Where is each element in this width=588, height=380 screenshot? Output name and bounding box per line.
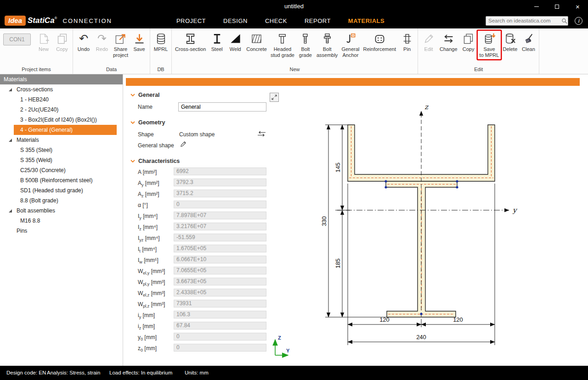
info-icon[interactable]: i bbox=[575, 17, 582, 25]
general-anchor-icon bbox=[344, 32, 356, 45]
tree-item-label: B 500B (Reinforcement steel) bbox=[20, 177, 92, 184]
characteristic-value-Iz: 3.2176E+07 bbox=[174, 223, 266, 230]
concrete-icon bbox=[250, 32, 263, 45]
tree-item-c25-30-concrete[interactable]: C25/30 (Concrete) bbox=[14, 165, 117, 175]
ribbon-button-label: Weld bbox=[230, 46, 241, 52]
tab-materials[interactable]: MATERIALS bbox=[348, 17, 384, 24]
tree-item-1-heb240[interactable]: 1 - HEB240 bbox=[14, 95, 117, 105]
ribbon-button-label: Clean bbox=[522, 46, 535, 52]
tree-item-3-box2i-edit-of-i240-box2i[interactable]: 3 - Box2I(Edit of I240) (Box2I()) bbox=[14, 115, 117, 125]
ribbon-button-save-to-mprl[interactable]: Save to MPRL bbox=[478, 31, 501, 59]
characteristic-row-iy: iy [mm]106.3 bbox=[138, 310, 276, 321]
search-input[interactable] bbox=[486, 18, 561, 23]
ribbon-button-change[interactable]: Change bbox=[438, 31, 459, 53]
tree-item-s-355-steel[interactable]: S 355 (Steel) bbox=[14, 145, 117, 155]
ribbon-button-cross-section[interactable]: Cross-section bbox=[173, 31, 208, 53]
tree-expander-icon[interactable] bbox=[9, 209, 12, 212]
section-characteristics[interactable]: Characteristics bbox=[130, 158, 180, 164]
tree-item-m16-8-8[interactable]: M16 8.8 bbox=[14, 216, 117, 226]
edit-icon bbox=[423, 32, 435, 45]
ribbon-button-general-anchor[interactable]: General Anchor bbox=[339, 31, 361, 59]
window-title: untitled bbox=[0, 3, 588, 10]
ribbon-button-reinforcement[interactable]: Reinforcement bbox=[362, 31, 398, 53]
characteristic-row-Iw: Iw [mm⁶]6.0667E+10 bbox=[138, 255, 276, 266]
tree-expander-icon[interactable] bbox=[9, 139, 12, 142]
dim-half-width-right: 120 bbox=[453, 316, 463, 323]
maximize-button[interactable] bbox=[547, 0, 567, 13]
weld-icon bbox=[229, 32, 242, 45]
ribbon-button-label: New bbox=[39, 46, 49, 52]
tree-item-bolt-assemblies[interactable]: Bolt assemblies bbox=[0, 206, 123, 216]
tree-item-4-general-general[interactable]: 4 - General (General) bbox=[14, 125, 117, 135]
ribbon-button-copy[interactable]: Copy bbox=[459, 31, 478, 53]
minimize-button[interactable] bbox=[526, 0, 547, 13]
ribbon-button-delete[interactable]: Delete bbox=[501, 31, 519, 53]
ribbon-button-save[interactable]: Save bbox=[130, 31, 148, 53]
characteristic-value-Ay: 3792.3 bbox=[174, 179, 266, 186]
tree-item-cross-sections[interactable]: Cross-sections bbox=[0, 84, 123, 95]
search-icon[interactable] bbox=[561, 18, 567, 24]
edit-shape-button[interactable] bbox=[180, 140, 187, 147]
tree-item-pins[interactable]: Pins bbox=[0, 226, 123, 236]
section-general-title: General bbox=[138, 92, 160, 98]
tree-item-label: 2 - 2Uc(UE240) bbox=[20, 106, 58, 113]
name-input[interactable] bbox=[178, 102, 266, 112]
tree-item-sd1-headed-stud-grade[interactable]: SD1 (Headed stud grade) bbox=[14, 185, 117, 196]
swap-shape-button[interactable] bbox=[257, 131, 266, 137]
registered-mark: ® bbox=[55, 16, 57, 20]
ribbon-button-label: Reinforcement bbox=[363, 46, 396, 52]
characteristic-value-A: 6992 bbox=[174, 168, 266, 175]
product-name: CONNECTION bbox=[63, 17, 112, 24]
ribbon-button-label: Concrete bbox=[246, 46, 267, 52]
ribbon-button-label: MPRL bbox=[154, 46, 168, 52]
tab-design[interactable]: DESIGN bbox=[223, 17, 248, 24]
tree-item-label: 1 - HEB240 bbox=[20, 96, 49, 103]
title-bar: untitled × bbox=[0, 0, 588, 13]
ribbon-button-headed-stud-grade[interactable]: Headed stud grade bbox=[269, 31, 296, 59]
reinforcement-icon bbox=[373, 32, 386, 45]
characteristic-label: Iw [mm⁶] bbox=[138, 257, 158, 264]
close-button[interactable]: × bbox=[567, 0, 588, 13]
cross-section-drawing: z y bbox=[289, 92, 537, 358]
tab-report[interactable]: REPORT bbox=[305, 17, 331, 24]
ribbon-button-clean[interactable]: Clean bbox=[519, 31, 537, 53]
sidebar-header: Materials bbox=[0, 74, 123, 84]
tree-item-2-2uc-ue240[interactable]: 2 - 2Uc(UE240) bbox=[14, 105, 117, 115]
ribbon-button-label: Edit bbox=[424, 46, 433, 52]
ribbon-button-pin[interactable]: Pin bbox=[398, 31, 416, 53]
section-general[interactable]: General bbox=[130, 92, 160, 98]
tab-check[interactable]: CHECK bbox=[265, 17, 287, 24]
copy-icon bbox=[462, 32, 475, 45]
ribbon-button-steel[interactable]: Steel bbox=[208, 31, 226, 53]
characteristics-rows: A [mm²]6992Ay [mm²]3792.3Az [mm²]3715.2α… bbox=[138, 167, 276, 354]
change-icon bbox=[442, 32, 455, 45]
tree-item-b-500b-reinforcement-steel[interactable]: B 500B (Reinforcement steel) bbox=[14, 175, 117, 185]
ribbon-button-new: New bbox=[34, 31, 53, 53]
ribbon-button-bolt-grade[interactable]: Bolt grade bbox=[296, 31, 315, 59]
ribbon-button-concrete[interactable]: Concrete bbox=[244, 31, 269, 53]
ribbon-button-bolt-assembly[interactable]: Bolt assembly bbox=[315, 31, 339, 59]
ribbon-button-label: Save bbox=[133, 46, 145, 52]
tree-expander-icon[interactable] bbox=[9, 88, 12, 91]
ribbon-button-share-project[interactable]: Share project bbox=[111, 31, 130, 59]
characteristic-value-alpha: 0 bbox=[174, 201, 266, 208]
tab-project[interactable]: PROJECT bbox=[176, 17, 206, 24]
characteristic-row-z0: z0 [mm]0 bbox=[138, 343, 276, 354]
tree-item-8-8-bolt-grade[interactable]: 8.8 (Bolt grade) bbox=[14, 196, 117, 206]
ribbon-button-undo[interactable]: ↶Undo bbox=[74, 31, 93, 53]
ribbon-button-label: Change bbox=[440, 46, 458, 52]
ribbon-group-label: Data bbox=[74, 67, 148, 74]
tree-item-materials[interactable]: Materials bbox=[0, 135, 123, 145]
tree-item-s-355-weld[interactable]: S 355 (Weld) bbox=[14, 155, 117, 165]
chevron-down-icon bbox=[130, 121, 135, 124]
ribbon-group-new: Cross-sectionSteelWeldConcreteHeaded stu… bbox=[172, 28, 418, 74]
triad-z-label: Z bbox=[278, 335, 281, 341]
section-geometry[interactable]: Geometry bbox=[130, 119, 165, 126]
fit-view-button[interactable] bbox=[270, 93, 279, 102]
characteristic-value-iy: 106.3 bbox=[174, 311, 266, 319]
ribbon-button-label: General Anchor bbox=[341, 46, 359, 58]
ribbon-button-weld[interactable]: Weld bbox=[226, 31, 244, 53]
ribbon-button-mprl[interactable]: MPRL bbox=[152, 31, 170, 53]
ribbon-button-label: Delete bbox=[503, 46, 518, 52]
bolt-assembly-icon bbox=[321, 32, 334, 45]
